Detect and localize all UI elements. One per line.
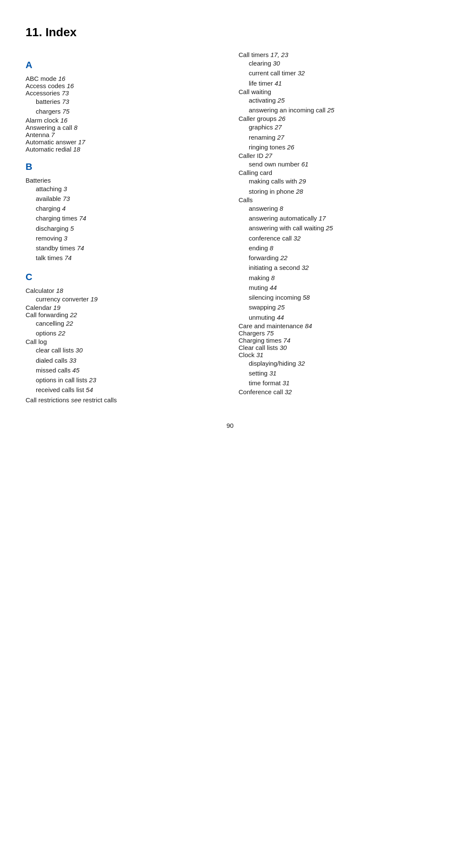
left-column: AABC mode 16Access codes 16Accessories 7…	[26, 51, 221, 405]
list-item: answering an incoming call 25	[239, 105, 434, 115]
list-item: options 22	[26, 328, 221, 338]
list-item: Automatic answer 17	[26, 138, 221, 146]
list-item: answering with call waiting 25	[239, 223, 434, 233]
list-item: Automatic redial 18	[26, 146, 221, 153]
list-item: cancelling 22	[26, 318, 221, 328]
list-item: Answering a call 8	[26, 124, 221, 131]
list-item: Antenna 7	[26, 131, 221, 138]
list-item: Call log	[26, 338, 221, 345]
list-item: answering 8	[239, 203, 434, 213]
list-item: time format 31	[239, 378, 434, 388]
list-item: conference call 32	[239, 233, 434, 243]
list-item: talk times 74	[26, 253, 221, 263]
list-item: missed calls 45	[26, 365, 221, 375]
list-item: attaching 3	[26, 184, 221, 194]
list-item: setting 31	[239, 368, 434, 378]
list-item: ABC mode 16	[26, 75, 221, 82]
list-item: graphics 27	[239, 122, 434, 132]
list-item: standby times 74	[26, 243, 221, 253]
list-item: batteries 73	[26, 97, 221, 106]
list-item: Call timers 17, 23	[239, 51, 434, 58]
list-item: storing in phone 28	[239, 186, 434, 196]
list-item: activating 25	[239, 95, 434, 105]
list-item: Call restrictions see restrict calls	[26, 395, 221, 405]
list-item: Charging times 74	[239, 337, 434, 344]
list-item: Batteries	[26, 177, 221, 184]
list-item: Clear call lists 30	[239, 344, 434, 351]
list-item: initiating a second 32	[239, 263, 434, 272]
list-item: making calls with 29	[239, 176, 434, 186]
list-item: available 73	[26, 194, 221, 203]
list-item: chargers 75	[26, 106, 221, 116]
list-item: Calculator 18	[26, 287, 221, 294]
list-item: discharging 5	[26, 223, 221, 233]
list-item: current call timer 32	[239, 68, 434, 78]
list-item: removing 3	[26, 233, 221, 243]
list-item: muting 44	[239, 283, 434, 292]
list-item: silencing incoming 58	[239, 292, 434, 302]
list-item: Accessories 73	[26, 89, 221, 97]
list-item: received calls list 54	[26, 385, 221, 395]
two-column-layout: AABC mode 16Access codes 16Accessories 7…	[26, 51, 434, 405]
list-item: displaying/hiding 32	[239, 358, 434, 368]
section-letter-b: B	[26, 161, 221, 172]
right-column: Call timers 17, 23clearing 30current cal…	[239, 51, 434, 405]
page-container: 11. Index AABC mode 16Access codes 16Acc…	[26, 26, 434, 429]
list-item: send own number 61	[239, 159, 434, 169]
list-item: Alarm clock 16	[26, 117, 221, 124]
page-title: 11. Index	[26, 26, 434, 39]
list-item: Conference call 32	[239, 388, 434, 395]
list-item: Calls	[239, 196, 434, 203]
list-item: clear call lists 30	[26, 345, 221, 355]
list-item: Chargers 75	[239, 329, 434, 337]
list-item: options in call lists 23	[26, 375, 221, 385]
list-item: Caller ID 27	[239, 152, 434, 159]
list-item: Calendar 19	[26, 304, 221, 311]
list-item: clearing 30	[239, 58, 434, 68]
page-number: 90	[26, 422, 434, 429]
list-item: charging times 74	[26, 213, 221, 223]
section-letter-c: C	[26, 272, 221, 283]
list-item: making 8	[239, 273, 434, 283]
list-item: swapping 25	[239, 302, 434, 312]
list-item: Call forwarding 22	[26, 311, 221, 318]
list-item: currency converter 19	[26, 294, 221, 304]
list-item: Call waiting	[239, 88, 434, 95]
list-item: life timer 41	[239, 78, 434, 88]
list-item: forwarding 22	[239, 253, 434, 263]
list-item: dialed calls 33	[26, 355, 221, 365]
list-item: Calling card	[239, 169, 434, 176]
list-item: renaming 27	[239, 132, 434, 142]
section-letter-a: A	[26, 60, 221, 71]
list-item: Clock 31	[239, 351, 434, 358]
list-item: Care and maintenance 84	[239, 322, 434, 329]
list-item: Caller groups 26	[239, 115, 434, 122]
list-item: answering automatically 17	[239, 213, 434, 223]
list-item: unmuting 44	[239, 312, 434, 322]
list-item: charging 4	[26, 203, 221, 213]
list-item: Access codes 16	[26, 82, 221, 89]
list-item: ringing tones 26	[239, 142, 434, 152]
list-item: ending 8	[239, 243, 434, 253]
